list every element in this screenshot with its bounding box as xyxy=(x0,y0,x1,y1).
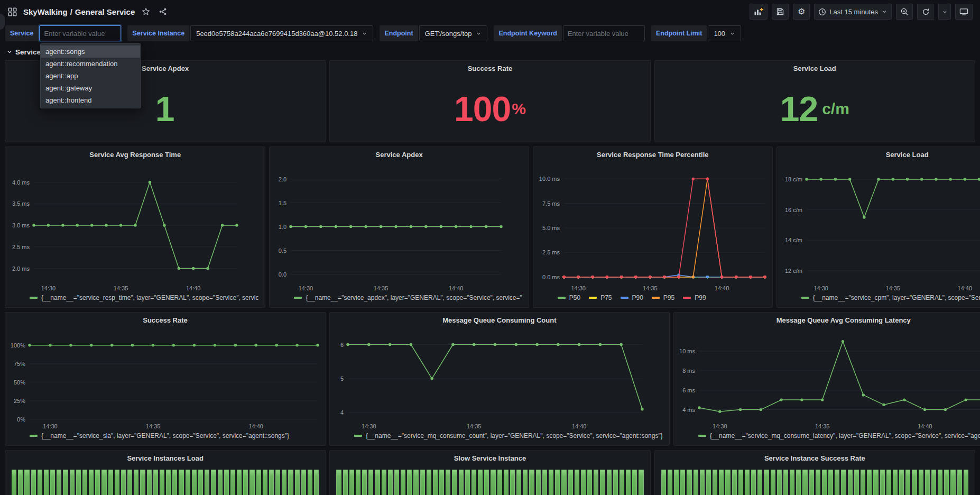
legend-item[interactable]: {__name__="service_cpm", layer="GENERAL"… xyxy=(801,294,980,301)
panel-title[interactable]: Slow Service Instance xyxy=(330,451,650,465)
bar xyxy=(661,470,666,495)
legend-label: P90 xyxy=(632,294,643,301)
svg-text:100%: 100% xyxy=(11,342,25,349)
bar xyxy=(835,470,839,495)
svg-text:14:40: 14:40 xyxy=(449,285,464,291)
bar-chart[interactable] xyxy=(336,470,643,495)
legend-item[interactable]: {__name__="service_resp_time", layer="GE… xyxy=(30,294,258,301)
bar xyxy=(738,470,743,495)
bar xyxy=(796,470,801,495)
panel-title[interactable]: Service Load xyxy=(655,61,975,76)
legend-label: P75 xyxy=(600,294,612,301)
row-section-service[interactable]: Service xyxy=(0,45,980,60)
variable-service-instance: Service Instance 5eed0e5758a244aca6e7699… xyxy=(127,25,373,41)
chart-canvas[interactable]: 10 ms8 ms6 ms4 ms14:3014:3514:40 xyxy=(674,327,980,431)
chart-legend: P50P75P90P95P99 xyxy=(533,293,772,301)
dropdown-option[interactable]: agent::gateway xyxy=(41,82,140,94)
chart-canvas[interactable]: 10.0 ms7.5 ms5.0 ms2.5 ms0.0 ms14:3014:3… xyxy=(533,162,772,293)
svg-text:1.5: 1.5 xyxy=(279,200,286,206)
bar-chart[interactable] xyxy=(12,470,319,495)
bar xyxy=(192,470,197,495)
legend-swatch xyxy=(294,297,302,299)
chart-canvas[interactable]: 18 c/m16 c/m14 c/m12 c/m14:3014:3514:40 xyxy=(777,162,980,293)
star-icon[interactable] xyxy=(140,6,152,17)
chart-canvas[interactable]: 4.0 ms3.5 ms3.0 ms2.5 ms2.0 ms14:3014:35… xyxy=(5,162,265,293)
dashboard-settings-button[interactable]: ⚙ xyxy=(793,4,810,20)
bar xyxy=(12,470,16,495)
panel-title[interactable]: Service Instance Success Rate xyxy=(655,451,975,465)
panel-title[interactable]: Success Rate xyxy=(330,61,650,76)
panel-title[interactable]: Service Avg Response Time xyxy=(5,147,265,162)
breadcrumb-app[interactable]: SkyWalking xyxy=(23,7,68,16)
panel-title[interactable]: Service Instances Load xyxy=(5,451,325,465)
bar xyxy=(668,470,672,495)
refresh-button[interactable] xyxy=(917,4,934,20)
panel-title[interactable]: Success Rate xyxy=(5,313,325,327)
bar xyxy=(198,470,203,495)
stat-unit: % xyxy=(512,100,526,118)
dropdown-option[interactable]: agent::app xyxy=(41,70,140,82)
chart-canvas[interactable]: 65414:3014:3514:40 xyxy=(330,327,669,431)
svg-text:14:35: 14:35 xyxy=(643,285,658,291)
service-variable-input[interactable] xyxy=(39,25,121,41)
bar xyxy=(938,470,942,495)
save-dashboard-button[interactable] xyxy=(772,4,789,20)
zoom-out-button[interactable] xyxy=(896,4,913,20)
bar xyxy=(757,470,762,495)
svg-text:4.0 ms: 4.0 ms xyxy=(12,179,30,186)
bar xyxy=(243,470,248,495)
svg-text:14:35: 14:35 xyxy=(467,423,482,429)
chart-canvas[interactable]: 2.01.51.00.50.014:3014:3514:40 xyxy=(270,162,528,293)
svg-text:14:35: 14:35 xyxy=(146,423,161,429)
bar xyxy=(848,470,853,495)
panel-title[interactable]: Message Queue Avg Consuming Latency xyxy=(674,313,980,327)
bar xyxy=(134,470,138,495)
dropdown-option[interactable]: agent::recommendation xyxy=(41,58,140,70)
dropdown-option[interactable]: agent::songs xyxy=(41,45,140,58)
panel-title[interactable]: Service Response Time Percentile xyxy=(533,147,772,162)
panel-title[interactable]: Service Apdex xyxy=(270,147,528,162)
refresh-interval-dropdown[interactable] xyxy=(938,4,951,20)
bar-chart[interactable] xyxy=(661,470,968,495)
legend-item[interactable]: {__name__="service_mq_consume_latency", … xyxy=(698,432,980,439)
sidebar-toggle[interactable] xyxy=(0,14,5,30)
bar xyxy=(256,470,261,495)
endpoint-keyword-input[interactable] xyxy=(563,25,645,41)
legend-item[interactable]: {__name__="service_apdex", layer="GENERA… xyxy=(294,294,522,301)
svg-text:4: 4 xyxy=(340,409,344,416)
bar xyxy=(745,470,750,495)
legend-item[interactable]: P75 xyxy=(589,294,612,301)
bar xyxy=(375,470,380,495)
endpoint-limit-select[interactable]: 100 xyxy=(708,25,741,41)
time-range-picker[interactable]: Last 15 minutes xyxy=(814,4,892,20)
chart-canvas[interactable]: 100%75%50%25%0%14:3014:3514:40 xyxy=(5,327,325,431)
legend-item[interactable]: P90 xyxy=(621,294,643,301)
bar xyxy=(802,470,807,495)
dropdown-option[interactable]: agent::frontend xyxy=(41,94,140,106)
legend-item[interactable]: P99 xyxy=(683,294,706,301)
legend-item[interactable]: P50 xyxy=(558,294,580,301)
breadcrumb-page[interactable]: General Service xyxy=(75,7,135,16)
add-panel-button[interactable] xyxy=(750,4,768,20)
panel-title[interactable]: Service Load xyxy=(777,147,980,162)
bar xyxy=(626,470,631,495)
bar xyxy=(63,470,68,495)
bar xyxy=(433,470,438,495)
cycle-view-mode-button[interactable] xyxy=(955,4,973,20)
bar xyxy=(147,470,152,495)
panel-title[interactable]: Message Queue Consuming Count xyxy=(330,313,669,327)
bar xyxy=(108,470,113,495)
legend-item[interactable]: P95 xyxy=(652,294,674,301)
variable-endpoint-limit-label: Endpoint Limit xyxy=(651,25,707,41)
legend-item[interactable]: {__name__="service_mq_consume_count", la… xyxy=(354,432,663,439)
bar xyxy=(439,470,444,495)
service-instance-select[interactable]: 5eed0e5758a244aca6e7699415d360aa@10.52.0… xyxy=(190,25,373,41)
legend-swatch xyxy=(698,435,706,437)
dashboards-grid-icon[interactable] xyxy=(6,6,18,17)
bar xyxy=(854,470,859,495)
chevron-down-icon xyxy=(881,8,887,15)
legend-item[interactable]: {__name__="service_sla", layer="GENERAL"… xyxy=(30,432,289,439)
endpoint-select[interactable]: GET:/songs/top xyxy=(419,25,488,41)
svg-text:2.0: 2.0 xyxy=(279,176,286,182)
share-icon[interactable] xyxy=(157,6,169,17)
